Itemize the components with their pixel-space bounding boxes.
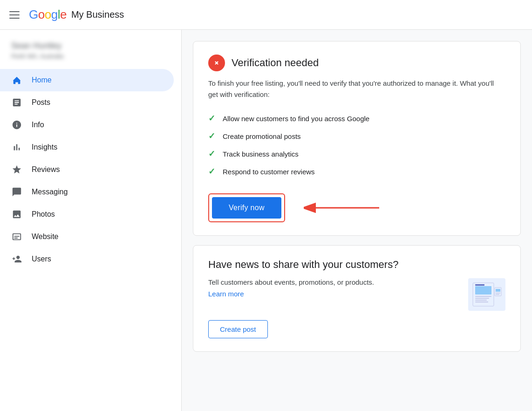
verification-description: To finish your free listing, you'll need…	[208, 78, 505, 100]
checklist-item-3: ✓ Track business analytics	[208, 145, 505, 163]
checklist-item-1-text: Allow new customers to find you across G…	[223, 115, 369, 123]
posts-icon	[11, 97, 22, 108]
checklist-item-1: ✓ Allow new customers to find you across…	[208, 110, 505, 127]
learn-more-link[interactable]: Learn more	[208, 290, 244, 298]
sidebar-item-reviews[interactable]: Reviews	[0, 158, 174, 181]
users-icon	[11, 253, 22, 265]
create-post-button[interactable]: Create post	[208, 320, 268, 338]
business-info: Sean Huntley Perth WA, Australia	[0, 37, 181, 69]
sidebar-item-users[interactable]: Users	[0, 248, 174, 270]
news-card-body: Tell customers about events, promotions,…	[208, 278, 505, 311]
website-icon	[11, 231, 22, 242]
checklist-item-4: ✓ Respond to customer reviews	[208, 163, 505, 180]
svg-rect-13	[496, 293, 500, 294]
sidebar-item-website[interactable]: Website	[0, 226, 174, 248]
sidebar-item-home[interactable]: Home	[0, 69, 174, 91]
svg-rect-14	[496, 294, 499, 295]
svg-rect-9	[475, 300, 487, 301]
checklist-item-2: ✓ Create promotional posts	[208, 127, 505, 145]
sidebar-item-users-label: Users	[32, 255, 51, 263]
arrow-annotation	[304, 199, 388, 217]
logo: Google My Business	[29, 7, 124, 22]
app-title: My Business	[71, 9, 124, 20]
sidebar-item-photos-label: Photos	[32, 210, 55, 219]
photos-icon	[11, 209, 22, 220]
pointing-arrow-icon	[304, 199, 388, 217]
sidebar: Sean Huntley Perth WA, Australia Home Po…	[0, 30, 182, 411]
checklist-item-4-text: Respond to customer reviews	[223, 168, 315, 176]
svg-rect-5	[475, 286, 491, 295]
verify-button-wrapper: Verify now	[208, 193, 285, 222]
verification-card: Verification needed To finish your free …	[193, 41, 521, 236]
svg-rect-8	[475, 298, 489, 299]
insights-icon	[11, 142, 22, 153]
news-text-area: Tell customers about events, promotions,…	[208, 278, 459, 298]
newspaper-icon	[471, 281, 503, 308]
svg-rect-12	[496, 289, 500, 292]
verify-now-button[interactable]: Verify now	[212, 197, 281, 219]
verification-checklist: ✓ Allow new customers to find you across…	[208, 110, 505, 180]
checkmark-icon-2: ✓	[208, 131, 215, 141]
checklist-item-2-text: Create promotional posts	[223, 132, 301, 140]
sidebar-item-home-label: Home	[32, 76, 52, 84]
news-card: Have news to share with your customers? …	[193, 245, 521, 352]
svg-rect-10	[475, 301, 488, 302]
google-wordmark: Google	[29, 7, 67, 22]
menu-icon[interactable]	[9, 11, 20, 19]
verification-header: Verification needed	[208, 55, 505, 71]
news-description: Tell customers about events, promotions,…	[208, 278, 459, 286]
shield-x-icon	[208, 55, 225, 71]
sidebar-item-photos[interactable]: Photos	[0, 203, 174, 226]
sidebar-item-website-label: Website	[32, 233, 59, 241]
info-icon	[11, 119, 22, 130]
sidebar-item-messaging[interactable]: Messaging	[0, 181, 174, 203]
svg-rect-6	[475, 284, 484, 286]
verification-title: Verification needed	[232, 57, 319, 69]
main-content: Verification needed To finish your free …	[182, 30, 532, 411]
checklist-item-3-text: Track business analytics	[223, 150, 299, 158]
business-name: Sean Huntley	[11, 41, 170, 51]
sidebar-item-posts-label: Posts	[32, 98, 50, 107]
messaging-icon	[11, 186, 22, 198]
main-layout: Sean Huntley Perth WA, Australia Home Po…	[0, 30, 532, 411]
news-illustration	[468, 278, 505, 311]
news-card-title: Have news to share with your customers?	[208, 259, 505, 271]
reviews-icon	[11, 164, 22, 175]
svg-rect-7	[475, 296, 491, 297]
checkmark-icon-3: ✓	[208, 149, 215, 159]
business-location: Perth WA, Australia	[11, 53, 170, 60]
checkmark-icon-1: ✓	[208, 113, 215, 123]
sidebar-item-insights-label: Insights	[32, 143, 57, 151]
sidebar-item-reviews-label: Reviews	[32, 165, 60, 174]
sidebar-item-info[interactable]: Info	[0, 114, 174, 136]
sidebar-item-info-label: Info	[32, 121, 44, 129]
home-icon	[11, 75, 22, 86]
header: Google My Business	[0, 0, 532, 30]
checkmark-icon-4: ✓	[208, 166, 215, 177]
sidebar-item-insights[interactable]: Insights	[0, 136, 174, 158]
sidebar-item-messaging-label: Messaging	[32, 188, 68, 196]
sidebar-item-posts[interactable]: Posts	[0, 91, 174, 114]
verify-action-area: Verify now	[208, 193, 505, 222]
